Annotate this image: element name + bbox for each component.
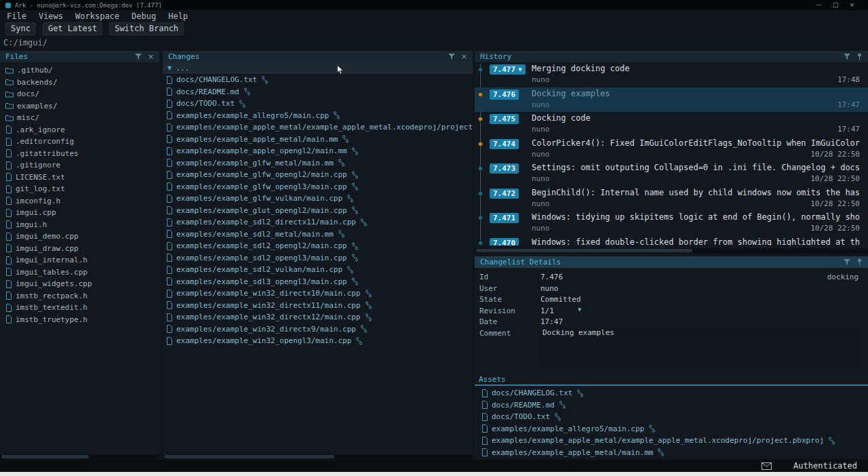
revision-dropdown-icon[interactable]: ▼: [578, 307, 581, 313]
file-tree-item[interactable]: imstb_textedit.h: [0, 302, 159, 314]
menu-item[interactable]: Debug: [132, 12, 156, 21]
changed-file-item[interactable]: examples/example_glfw_metal/main.mm: [163, 157, 473, 170]
changed-file-item[interactable]: examples/example_apple_opengl2/main.mm: [163, 145, 473, 157]
file-tree-item[interactable]: imstb_rectpack.h: [0, 290, 159, 302]
file-tree-item[interactable]: .gitattributes: [0, 148, 159, 160]
file-tree-item[interactable]: .ark_ignore: [0, 124, 159, 136]
file-tree-item[interactable]: imgui.h: [0, 219, 159, 231]
filter-icon[interactable]: [844, 54, 850, 60]
filter-icon[interactable]: [844, 259, 850, 266]
chevron-down-icon[interactable]: ▼: [167, 65, 172, 71]
close-icon[interactable]: ×: [148, 53, 154, 60]
changed-file-item[interactable]: examples/example_sdl3_opengl3/main.cpp: [163, 276, 473, 288]
asset-item[interactable]: examples/example_allegro5/main.cpp: [475, 423, 868, 435]
changed-file-item[interactable]: examples/example_sdl2_vulkan/main.cpp: [163, 264, 473, 276]
file-tree-item[interactable]: LICENSE.txt: [0, 172, 159, 184]
comment-box[interactable]: Docking examples: [540, 328, 860, 368]
changed-file-item[interactable]: examples/example_sdl2_opengl3/main.cpp: [163, 252, 473, 264]
commit-row[interactable]: 7.472 ▼ BeginChild(): Internal name used…: [475, 186, 868, 212]
file-tree-item[interactable]: imstb_truetype.h: [0, 314, 159, 326]
changelist-badge[interactable]: 7.475 ▼: [490, 114, 519, 124]
file-tree-item[interactable]: .gitignore: [0, 159, 159, 172]
changed-file-item[interactable]: examples/example_sdl2_opengl2/main.cpp: [163, 240, 473, 252]
changed-file-item[interactable]: docs/CHANGELOG.txt: [163, 74, 473, 86]
changed-file-path: examples/example_glfw_metal/main.mm: [176, 159, 334, 167]
pin-icon[interactable]: [856, 258, 863, 266]
toolbar-button[interactable]: Get Latest: [43, 22, 102, 35]
minimize-icon[interactable]: —: [816, 0, 822, 10]
asset-item[interactable]: examples/example_apple_metal/example_app…: [475, 435, 868, 447]
scrollbar-thumb[interactable]: [476, 249, 692, 252]
filter-icon[interactable]: [448, 54, 455, 60]
changed-file-item[interactable]: examples/example_apple_metal/example_app…: [163, 121, 473, 134]
asset-item[interactable]: docs/README.md: [475, 399, 868, 412]
changed-file-item[interactable]: examples/example_win32_directx12/main.cp…: [163, 311, 473, 323]
changed-file-item[interactable]: examples/example_allegro5/main.cpp: [163, 110, 473, 122]
file-tree-item[interactable]: imgui_draw.cpp: [0, 243, 159, 255]
toolbar-button[interactable]: Sync: [5, 22, 36, 35]
changelist-badge[interactable]: 7.476 ▼: [490, 90, 519, 100]
history-horizontal-scrollbar[interactable]: [475, 248, 868, 253]
file-name: imgui.cpp: [16, 208, 56, 217]
asset-item[interactable]: examples/example_apple_metal/main.mm: [475, 447, 868, 459]
file-tree-item[interactable]: imgui_tables.cpp: [0, 266, 159, 279]
pin-icon[interactable]: [856, 53, 863, 60]
close-icon[interactable]: ×: [461, 53, 467, 60]
commit-row[interactable]: 7.473 ▼ Settings: omit outputing Collaps…: [475, 161, 868, 186]
scrollbar-thumb[interactable]: [1, 455, 89, 458]
changes-root-node[interactable]: ▼ ...: [163, 62, 473, 74]
file-tree-item[interactable]: imgui_demo.cpp: [0, 231, 159, 243]
commit-row[interactable]: 7.477 ▼ Merging docking code nuno 17:48: [475, 62, 868, 87]
file-tree-item[interactable]: .github/: [0, 64, 159, 77]
changed-file-item[interactable]: docs/README.md: [163, 86, 473, 98]
file-tree-item[interactable]: backends/: [0, 77, 159, 89]
changed-file-item[interactable]: docs/TODO.txt: [163, 98, 473, 110]
changes-horizontal-scrollbar[interactable]: [163, 454, 473, 459]
asset-item[interactable]: docs/CHANGELOG.txt: [475, 387, 868, 399]
files-horizontal-scrollbar[interactable]: [0, 454, 159, 459]
commit-row[interactable]: 7.476 ▼ Docking examples nuno 17:47: [475, 87, 868, 113]
menu-item[interactable]: File: [7, 12, 26, 21]
changed-file-item[interactable]: examples/example_win32_opengl3/main.cpp: [163, 335, 473, 347]
changed-file-item[interactable]: examples/example_glut_opengl2/main.cpp: [163, 205, 473, 217]
changed-file-item[interactable]: examples/example_sdl2_metal/main.mm: [163, 229, 473, 241]
file-tree: .github/ backends/: [0, 62, 159, 449]
changed-file-item[interactable]: examples/example_glfw_vulkan/main.cpp: [163, 193, 473, 205]
commit-row[interactable]: 7.471 ▼ Windows: tidying up skipitems lo…: [475, 211, 868, 236]
close-window-icon[interactable]: ×: [849, 0, 854, 10]
filter-icon[interactable]: [135, 54, 142, 60]
changelist-badge[interactable]: 7.474 ▼: [490, 139, 519, 149]
changed-file-item[interactable]: examples/example_win32_directx9/main.cpp: [163, 323, 473, 336]
file-tree-item[interactable]: git_log.txt: [0, 183, 159, 195]
changelist-badge[interactable]: 7.473 ▼: [490, 163, 519, 174]
file-tree-item[interactable]: imgui.cpp: [0, 207, 159, 219]
changelist-badge[interactable]: 7.470 ▼: [490, 238, 519, 246]
scrollbar-thumb[interactable]: [164, 455, 334, 458]
toolbar-button[interactable]: Switch Branch: [109, 22, 184, 35]
menu-item[interactable]: Views: [39, 12, 63, 21]
changelist-badge[interactable]: 7.477 ▼: [490, 64, 526, 75]
changelist-badge[interactable]: 7.472 ▼: [490, 189, 519, 199]
asset-item[interactable]: docs/TODO.txt: [475, 411, 868, 423]
commit-row[interactable]: 7.470 ▼ Windows: fixed double-clicked bo…: [475, 236, 868, 246]
menu-item[interactable]: Workspace: [75, 12, 119, 21]
maximize-icon[interactable]: □: [833, 0, 839, 10]
menu-item[interactable]: Help: [168, 12, 188, 21]
file-tree-item[interactable]: imconfig.h: [0, 195, 159, 207]
file-tree-item[interactable]: .editorconfig: [0, 136, 159, 148]
changed-file-item[interactable]: examples/example_glfw_opengl3/main.cpp: [163, 181, 473, 193]
file-tree-item[interactable]: imgui_internal.h: [0, 254, 159, 266]
changed-file-item[interactable]: examples/example_win32_directx10/main.cp…: [163, 287, 473, 300]
file-tree-item[interactable]: examples/: [0, 100, 159, 113]
mail-icon[interactable]: [762, 462, 772, 470]
file-tree-item[interactable]: misc/: [0, 112, 159, 124]
changed-file-item[interactable]: examples/example_apple_metal/main.mm: [163, 134, 473, 146]
file-tree-item[interactable]: docs/: [0, 88, 159, 100]
changed-file-item[interactable]: examples/example_sdl2_directx11/main.cpp: [163, 216, 473, 229]
commit-row[interactable]: 7.475 ▼ Docking code nuno 17:47: [475, 112, 868, 137]
changelist-badge[interactable]: 7.471 ▼: [490, 213, 519, 223]
changed-file-item[interactable]: examples/example_win32_directx11/main.cp…: [163, 300, 473, 312]
changed-file-item[interactable]: examples/example_glfw_opengl2/main.cpp: [163, 169, 473, 181]
file-tree-item[interactable]: imgui_widgets.cpp: [0, 278, 159, 290]
commit-row[interactable]: 7.474 ▼ ColorPicker4(): Fixed ImGuiColor…: [475, 137, 868, 162]
